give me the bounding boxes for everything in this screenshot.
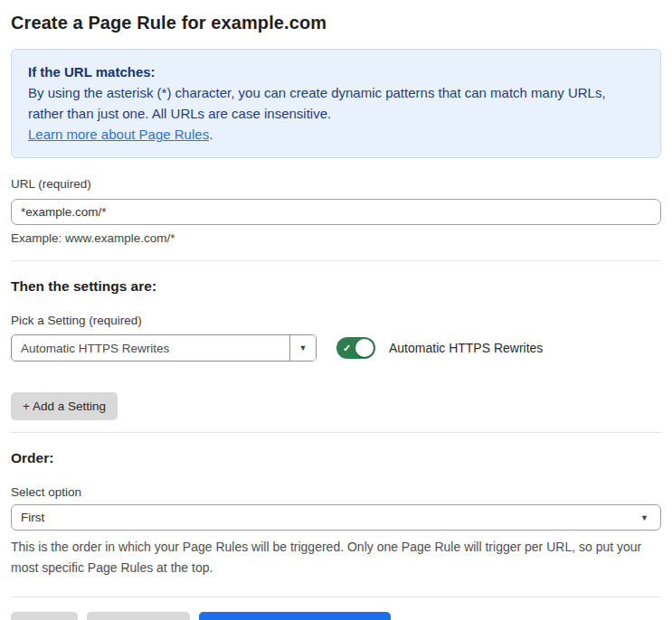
notice-heading: If the URL matches: (28, 61, 644, 82)
notice-body: By using the asterisk (*) character, you… (28, 82, 644, 124)
save-and-deploy-button[interactable]: Save and Deploy Page Rule (199, 612, 391, 620)
setting-toggle[interactable]: ✓ (336, 337, 375, 359)
setting-dropdown[interactable]: Automatic HTTPS Rewrites ▼ (11, 334, 317, 362)
notice-link-suffix: . (209, 127, 213, 142)
chevron-down-icon: ▼ (640, 513, 648, 522)
cancel-button[interactable]: Cancel (11, 612, 78, 620)
setting-row: Automatic HTTPS Rewrites ▼ ✓ Automatic H… (11, 334, 661, 362)
url-example-helper: Example: www.example.com/* (11, 231, 661, 245)
setting-dropdown-value: Automatic HTTPS Rewrites (12, 335, 289, 361)
order-helper-text: This is the order in which your Page Rul… (11, 537, 661, 578)
setting-dropdown-button[interactable]: ▼ (289, 335, 316, 361)
save-as-draft-button[interactable]: Save as Draft (87, 612, 191, 620)
order-section-heading: Order: (11, 450, 661, 466)
notice-link-line: Learn more about Page Rules. (28, 124, 644, 145)
checkmark-icon: ✓ (343, 343, 351, 353)
url-match-notice: If the URL matches: By using the asteris… (11, 49, 661, 158)
toggle-knob (355, 339, 374, 357)
settings-section-heading: Then the settings are: (11, 278, 661, 295)
order-select[interactable]: First ▼ (11, 504, 661, 531)
divider (11, 597, 661, 597)
learn-more-link[interactable]: Learn more about Page Rules (28, 127, 209, 142)
add-setting-button[interactable]: + Add a Setting (11, 392, 118, 420)
divider (11, 432, 661, 433)
url-field-label: URL (required) (11, 177, 661, 191)
divider (11, 260, 661, 261)
create-page-rule-form: Create a Page Rule for example.com If th… (0, 0, 672, 620)
chevron-down-icon: ▼ (299, 343, 308, 352)
order-select-value: First (21, 511, 44, 524)
url-input[interactable] (11, 199, 661, 225)
setting-toggle-label: Automatic HTTPS Rewrites (389, 341, 543, 355)
footer-actions: Cancel Save as Draft Save and Deploy Pag… (11, 612, 661, 620)
order-select-label: Select option (11, 485, 661, 499)
pick-setting-label: Pick a Setting (required) (11, 314, 661, 327)
page-title: Create a Page Rule for example.com (11, 13, 661, 33)
